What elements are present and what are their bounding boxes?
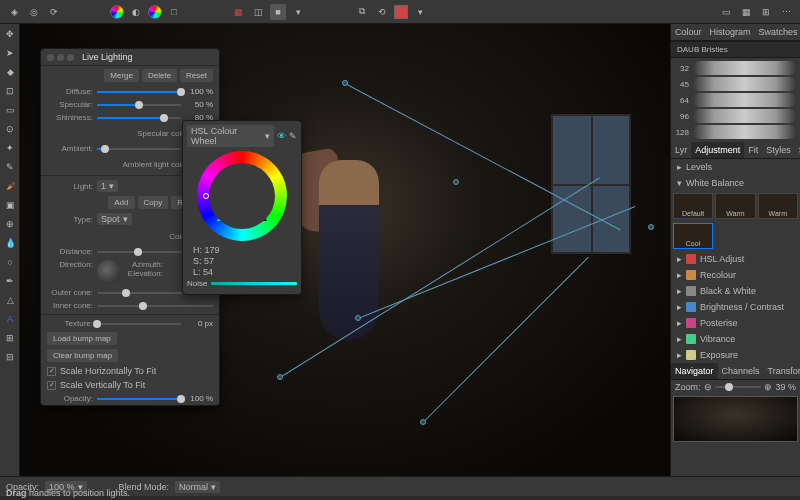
move-tool[interactable]: ✥ [2,26,18,42]
tab-adjustment[interactable]: Adjustment [691,142,744,158]
tab-channels[interactable]: Channels [718,363,764,379]
shininess-slider[interactable] [97,117,181,119]
adj-item[interactable]: ▸Brightness / Contrast [671,299,800,315]
colour-triangle[interactable] [217,171,267,221]
clone-tool[interactable]: ⊕ [2,216,18,232]
eyedropper-icon[interactable]: 👁 [277,131,286,141]
adj-item[interactable]: ▸Exposure [671,347,800,363]
pen-tool[interactable]: ✒ [2,273,18,289]
zoom-tool[interactable]: ⊞ [2,330,18,346]
texture-slider[interactable] [97,323,181,325]
pencil-tool[interactable]: ✎ [2,159,18,175]
clear-bump-button[interactable]: Clear bump map [47,349,118,362]
close-dot[interactable] [47,54,54,61]
arrow-tool[interactable]: ➤ [2,45,18,61]
history-icon[interactable]: ⟳ [46,4,62,20]
selection-a-icon[interactable]: ▦ [230,4,246,20]
wb-preview-warm2[interactable]: Warm [758,193,798,219]
adj-item[interactable]: ▸Recolour [671,267,800,283]
fill-tool[interactable]: ▣ [2,197,18,213]
tab-colour[interactable]: Colour [671,24,706,40]
wb-preview-warm[interactable]: Warm [715,193,755,219]
hue-marker[interactable] [203,193,209,199]
zoom-out-icon[interactable]: ⊖ [704,382,712,392]
hand-tool[interactable]: ⊟ [2,349,18,365]
light-node[interactable] [355,315,361,321]
selection-c-icon[interactable]: ■ [270,4,286,20]
delete-button[interactable]: Delete [142,69,177,82]
adj-item[interactable]: ▸HSL Adjust [671,251,800,267]
text-tool[interactable]: A [2,311,18,327]
wb-preview-cool[interactable]: Cool [673,223,713,249]
scale-h-checkbox[interactable]: ✓ [47,367,56,376]
dropdown-icon[interactable]: ▾ [290,4,306,20]
tab-stock[interactable]: Stock [795,142,800,158]
tab-transform[interactable]: Transform [764,363,800,379]
direction-ball[interactable] [97,260,121,284]
colour-wheel-icon[interactable] [148,5,162,19]
add-button[interactable]: Add [108,196,134,209]
brush-item[interactable]: 45 [673,76,798,92]
colour-mode-select[interactable]: HSL Colour Wheel▾ [187,125,274,147]
rotate-icon[interactable]: ⟲ [374,4,390,20]
tab-fit[interactable]: Fit [744,142,762,158]
magic-wand-tool[interactable]: ✦ [2,140,18,156]
navigator-preview[interactable] [673,396,798,442]
panel-opacity-slider[interactable] [97,398,181,400]
max-dot[interactable] [67,54,74,61]
panel-header[interactable]: Live Lighting [41,49,219,66]
brush-item[interactable]: 64 [673,92,798,108]
specular-slider[interactable] [97,104,181,106]
adj-item[interactable]: ▸Black & White [671,283,800,299]
tab-swatches[interactable]: Swatches [755,24,800,40]
contrast-icon[interactable]: ◐ [128,4,144,20]
arrange-icon[interactable]: ▭ [718,4,734,20]
blend-mode-select[interactable]: Normal▾ [175,481,220,493]
adj-white-balance[interactable]: ▾White Balance [671,175,800,191]
tab-navigator[interactable]: Navigator [671,363,718,379]
auto-icon[interactable]: □ [166,4,182,20]
noise-slider[interactable] [211,282,297,285]
lasso-tool[interactable]: ⊙ [2,121,18,137]
copy-button[interactable]: Copy [138,196,169,209]
inner-slider[interactable] [97,305,213,307]
min-dot[interactable] [57,54,64,61]
dodge-tool[interactable]: ○ [2,254,18,270]
brush-tool[interactable]: 🖌 [2,178,18,194]
assistant-icon[interactable]: ⊞ [758,4,774,20]
adj-levels[interactable]: ▸Levels [671,159,800,175]
crop-tool[interactable]: ⊡ [2,83,18,99]
merge-button[interactable]: Merge [104,69,139,82]
tab-layers[interactable]: Lyr [671,142,691,158]
zoom-in-icon[interactable]: ⊕ [764,382,772,392]
pipette-icon[interactable]: ✎ [289,131,297,141]
scale-v-checkbox[interactable]: ✓ [47,381,56,390]
light-select[interactable]: 1▾ [97,180,118,192]
colour-picker-icon[interactable] [110,5,124,19]
shape-tool[interactable]: △ [2,292,18,308]
blur-tool[interactable]: 💧 [2,235,18,251]
adj-item[interactable]: ▸Posterise [671,315,800,331]
crop-icon[interactable]: ⧉ [354,4,370,20]
load-bump-button[interactable]: Load bump map [47,332,117,345]
reset-button[interactable]: Reset [180,69,213,82]
fg-colour-swatch[interactable] [394,5,408,19]
snap-icon[interactable]: ▦ [738,4,754,20]
eyedrop-icon[interactable]: ▾ [412,4,428,20]
tab-styles[interactable]: Styles [762,142,795,158]
light-source-node[interactable] [648,224,654,230]
brush-item[interactable]: 96 [673,108,798,124]
light-node[interactable] [342,80,348,86]
ambient-slider[interactable] [97,148,181,150]
light-node[interactable] [453,179,459,185]
tab-histogram[interactable]: Histogram [706,24,755,40]
zoom-slider[interactable] [715,386,762,388]
brush-item[interactable]: 32 [673,60,798,76]
node-tool[interactable]: ◆ [2,64,18,80]
marquee-tool[interactable]: ▭ [2,102,18,118]
diffuse-slider[interactable] [97,91,181,93]
persona-icon[interactable]: ◎ [26,4,42,20]
more-icon[interactable]: ⋯ [778,4,794,20]
selection-b-icon[interactable]: ◫ [250,4,266,20]
light-node[interactable] [277,374,283,380]
